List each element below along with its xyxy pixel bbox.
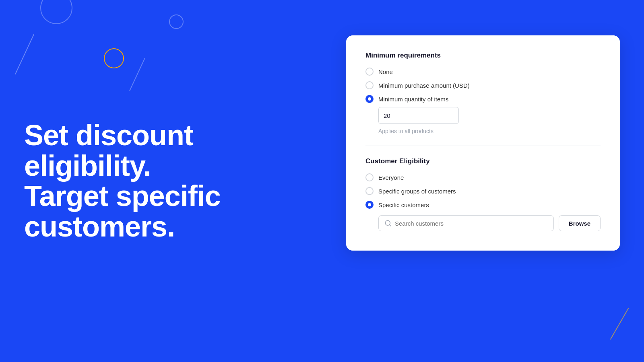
browse-button[interactable]: Browse bbox=[559, 215, 601, 231]
deco-circle-2 bbox=[169, 14, 184, 29]
search-customers-input[interactable] bbox=[395, 220, 548, 227]
applies-to-text: Applies to all products bbox=[378, 128, 601, 134]
hero-text: Set discount eligibility. Target specifi… bbox=[24, 120, 258, 242]
radio-circle-specific-groups bbox=[365, 187, 374, 195]
hero-line3: Target specific bbox=[24, 180, 221, 212]
radio-item-none[interactable]: None bbox=[365, 68, 601, 76]
deco-line-bottom-right bbox=[610, 308, 629, 340]
quantity-input[interactable] bbox=[379, 109, 459, 122]
radio-circle-none bbox=[365, 68, 374, 76]
settings-card: Minimum requirements None Minimum purcha… bbox=[346, 35, 620, 251]
deco-line-1 bbox=[15, 34, 34, 75]
min-requirements-title: Minimum requirements bbox=[365, 51, 601, 60]
radio-label-min-quantity: Minimum quantity of items bbox=[378, 96, 448, 103]
search-icon bbox=[384, 220, 392, 227]
radio-item-min-quantity[interactable]: Minimum quantity of items bbox=[365, 95, 601, 103]
hero-section: Set discount eligibility. Target specifi… bbox=[24, 120, 258, 242]
customer-eligibility-title: Customer Eligibility bbox=[365, 157, 601, 165]
search-input-wrap bbox=[378, 215, 554, 231]
hero-line2: eligibility. bbox=[24, 149, 151, 181]
radio-item-specific-groups[interactable]: Specific groups of customers bbox=[365, 187, 601, 195]
deco-circle-1 bbox=[40, 0, 72, 24]
radio-circle-min-quantity bbox=[365, 95, 374, 103]
radio-item-everyone[interactable]: Everyone bbox=[365, 173, 601, 181]
quantity-container: ▲ ▼ Applies to all products bbox=[378, 107, 601, 134]
radio-circle-min-purchase bbox=[365, 81, 374, 89]
hero-line4: customers. bbox=[24, 210, 175, 243]
radio-label-everyone: Everyone bbox=[378, 174, 404, 181]
radio-label-min-purchase: Minimum purchase amount (USD) bbox=[378, 82, 470, 89]
deco-circle-gold bbox=[104, 48, 124, 68]
radio-label-specific-groups: Specific groups of customers bbox=[378, 188, 456, 195]
radio-label-specific-customers: Specific customers bbox=[378, 202, 429, 208]
search-browse-row: Browse bbox=[378, 215, 601, 231]
radio-item-specific-customers[interactable]: Specific customers bbox=[365, 201, 601, 209]
deco-line-2 bbox=[129, 58, 145, 91]
radio-circle-everyone bbox=[365, 173, 374, 181]
min-requirements-radio-group: None Minimum purchase amount (USD) Minim… bbox=[365, 68, 601, 103]
radio-label-none: None bbox=[378, 68, 393, 75]
hero-line1: Set discount bbox=[24, 119, 193, 151]
minimum-requirements-section: Minimum requirements None Minimum purcha… bbox=[365, 51, 601, 134]
customer-eligibility-section: Customer Eligibility Everyone Specific g… bbox=[365, 157, 601, 231]
svg-line-1 bbox=[389, 224, 390, 226]
radio-circle-specific-customers bbox=[365, 201, 374, 209]
customer-eligibility-radio-group: Everyone Specific groups of customers Sp… bbox=[365, 173, 601, 209]
section-divider bbox=[365, 146, 601, 146]
radio-item-min-purchase[interactable]: Minimum purchase amount (USD) bbox=[365, 81, 601, 89]
quantity-input-wrap: ▲ ▼ bbox=[378, 107, 459, 124]
